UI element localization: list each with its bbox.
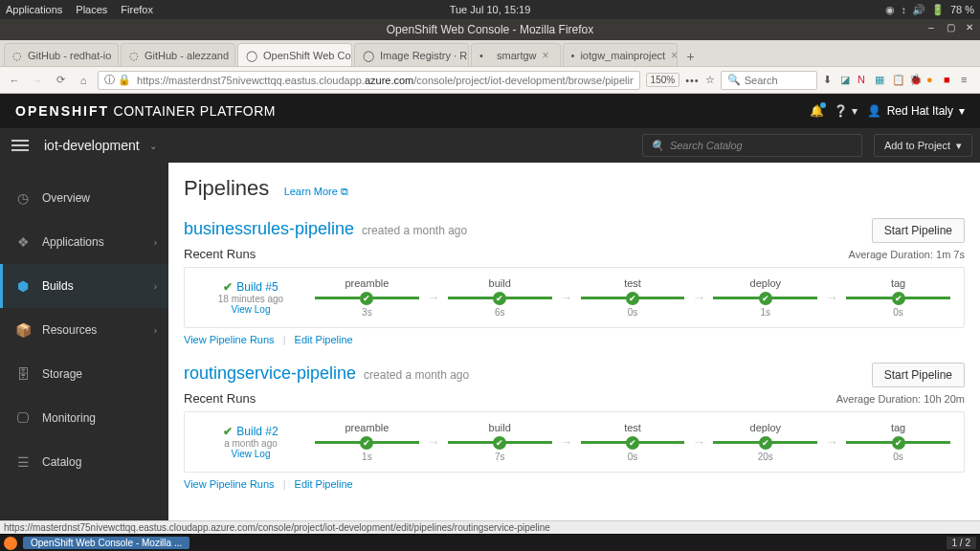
user-menu[interactable]: 👤Red Hat Italy▾ xyxy=(867,104,965,118)
edit-pipeline-link[interactable]: Edit Pipeline xyxy=(295,334,353,345)
pipeline-name-link[interactable]: routingservice-pipeline xyxy=(184,364,356,384)
catalog-icon: ☰ xyxy=(15,454,31,470)
firefox-icon[interactable] xyxy=(4,537,17,550)
tab-smartgw[interactable]: •smartgw× xyxy=(471,43,561,66)
ext-icon-7[interactable]: ■ xyxy=(944,74,957,87)
tab-registry[interactable]: ◯Image Registry · R× xyxy=(354,43,469,66)
arrow-right-icon: → xyxy=(692,434,705,450)
pipeline-stage: tag0s xyxy=(846,277,950,318)
volume-icon[interactable]: 🔊 xyxy=(912,4,925,16)
arrow-right-icon: → xyxy=(560,434,573,450)
sidebar-item-overview[interactable]: ◷Overview xyxy=(0,176,168,220)
menu-places[interactable]: Places xyxy=(76,4,107,15)
sidebar-item-applications[interactable]: ❖Applications› xyxy=(0,220,168,264)
pipeline-created-text: created a month ago xyxy=(364,368,469,382)
forward-button[interactable]: → xyxy=(29,72,46,89)
home-button[interactable]: ⌂ xyxy=(75,72,92,89)
close-icon[interactable]: × xyxy=(671,51,677,60)
window-minimize-button[interactable]: – xyxy=(924,21,938,34)
tab-github-1[interactable]: ◌GitHub - redhat-io× xyxy=(4,43,119,66)
bookmark-button[interactable]: ☆ xyxy=(705,74,715,86)
ext-icon-4[interactable]: 📋 xyxy=(892,74,905,87)
start-pipeline-button[interactable]: Start Pipeline xyxy=(872,363,965,387)
ext-icon-2[interactable]: N xyxy=(858,74,871,87)
sidebar-item-catalog[interactable]: ☰Catalog xyxy=(0,440,168,484)
tab-openshift[interactable]: ◯OpenShift Web Co× xyxy=(237,43,352,66)
window-maximize-button[interactable]: ▢ xyxy=(944,21,957,34)
network-icon[interactable]: ↕ xyxy=(901,4,906,15)
pipeline-stage: preamble1s xyxy=(315,422,419,462)
pipeline-run-row: Build #5 18 minutes ago View Log preambl… xyxy=(184,267,965,328)
pipeline-stage: preamble3s xyxy=(315,277,419,318)
sidebar-item-monitoring[interactable]: 🖵Monitoring xyxy=(0,396,168,440)
openshift-masthead: OPENSHIFT CONTAINER PLATFORM 🔔 ❔ ▾ 👤Red … xyxy=(0,94,980,128)
clock: Tue Jul 10, 15:19 xyxy=(450,4,531,15)
tab-iotgw[interactable]: •iotgw_mainproject× xyxy=(563,43,678,66)
view-pipeline-runs-link[interactable]: View Pipeline Runs xyxy=(184,478,275,490)
close-icon[interactable]: × xyxy=(117,51,119,60)
browser-menu-button[interactable]: ≡ xyxy=(961,74,974,87)
ext-icon-3[interactable]: ▦ xyxy=(875,74,888,87)
page-actions-button[interactable]: ••• xyxy=(685,75,700,86)
browser-tabbar: ◌GitHub - redhat-io× ◌GitHub - alezzand×… xyxy=(0,40,980,67)
recent-runs-label: Recent Runs xyxy=(184,247,256,261)
pipeline-created-text: created a month ago xyxy=(362,224,467,237)
build-link[interactable]: Build #2 xyxy=(198,425,303,438)
battery-text: 78 % xyxy=(950,4,974,15)
menu-firefox[interactable]: Firefox xyxy=(121,4,153,15)
desktop-topbar: Applications Places Firefox Tue Jul 10, … xyxy=(0,0,980,19)
add-to-project-button[interactable]: Add to Project▾ xyxy=(874,134,972,157)
view-pipeline-runs-link[interactable]: View Pipeline Runs xyxy=(184,334,275,345)
window-close-button[interactable]: ✕ xyxy=(963,21,976,34)
url-field[interactable]: ⓘ 🔒 https://masterdnst75nivewcttqq.eastu… xyxy=(98,71,640,90)
status-bar-link: https://masterdnst75nivewcttqq.eastus.cl… xyxy=(0,520,980,534)
view-log-link[interactable]: View Log xyxy=(198,449,303,459)
search-catalog-input[interactable]: 🔍Search Catalog xyxy=(642,134,862,157)
reload-button[interactable]: ⟳ xyxy=(52,72,69,89)
close-icon[interactable]: × xyxy=(234,51,235,60)
search-field[interactable]: 🔍 xyxy=(721,71,817,90)
start-pipeline-button[interactable]: Start Pipeline xyxy=(872,218,965,243)
pipeline-stage: deploy1s xyxy=(713,277,817,318)
build-link[interactable]: Build #5 xyxy=(198,280,303,294)
main-content: Pipelines Learn More ⧉ businessrules-pip… xyxy=(168,163,980,520)
edit-pipeline-link[interactable]: Edit Pipeline xyxy=(295,478,353,490)
storage-icon: 🗄 xyxy=(15,366,31,382)
close-icon[interactable]: × xyxy=(543,51,552,60)
lock-icon: ⓘ 🔒 xyxy=(104,73,131,87)
site-icon: • xyxy=(479,50,491,61)
ext-icon-1[interactable]: ◪ xyxy=(840,74,854,87)
sidebar-item-storage[interactable]: 🗄Storage xyxy=(0,352,168,396)
pipeline-name-link[interactable]: businessrules-pipeline xyxy=(184,219,354,239)
taskbar-app-button[interactable]: OpenShift Web Console - Mozilla ... xyxy=(23,537,189,549)
menu-applications[interactable]: Applications xyxy=(6,4,62,15)
search-icon: 🔍 xyxy=(727,74,741,86)
accessibility-icon[interactable]: ◉ xyxy=(885,4,895,16)
search-input[interactable] xyxy=(745,75,811,86)
help-button[interactable]: ❔ ▾ xyxy=(834,104,857,118)
registry-icon: ◯ xyxy=(363,50,374,61)
arrow-right-icon: → xyxy=(825,434,838,450)
ext-icon-6[interactable]: ● xyxy=(926,74,940,87)
back-button[interactable]: ← xyxy=(6,72,23,89)
sidebar-item-builds[interactable]: ⬢Builds› xyxy=(0,264,168,308)
page-title: Pipelines xyxy=(184,176,269,201)
pipeline-stage: deploy20s xyxy=(713,422,817,462)
tab-github-2[interactable]: ◌GitHub - alezzand× xyxy=(121,43,235,66)
battery-icon[interactable]: 🔋 xyxy=(931,4,945,16)
sidebar-item-resources[interactable]: 📦Resources› xyxy=(0,308,168,352)
pipeline-stage: build6s xyxy=(448,277,552,318)
view-log-link[interactable]: View Log xyxy=(198,304,303,315)
workspace-indicator[interactable]: 1 / 2 xyxy=(947,537,976,549)
chevron-right-icon: › xyxy=(154,281,157,292)
download-icon[interactable]: ⬇ xyxy=(823,74,836,87)
arrow-right-icon: → xyxy=(825,290,838,305)
build-icon: ⬢ xyxy=(15,278,31,294)
project-selector[interactable]: iot-development⌄ xyxy=(44,138,157,153)
ext-icon-5[interactable]: 🐞 xyxy=(909,74,923,87)
hamburger-button[interactable] xyxy=(8,133,33,158)
new-tab-button[interactable]: + xyxy=(679,47,702,66)
learn-more-link[interactable]: Learn More ⧉ xyxy=(284,186,348,197)
zoom-level[interactable]: 150% xyxy=(646,73,680,87)
notification-bell-button[interactable]: 🔔 xyxy=(810,104,824,118)
